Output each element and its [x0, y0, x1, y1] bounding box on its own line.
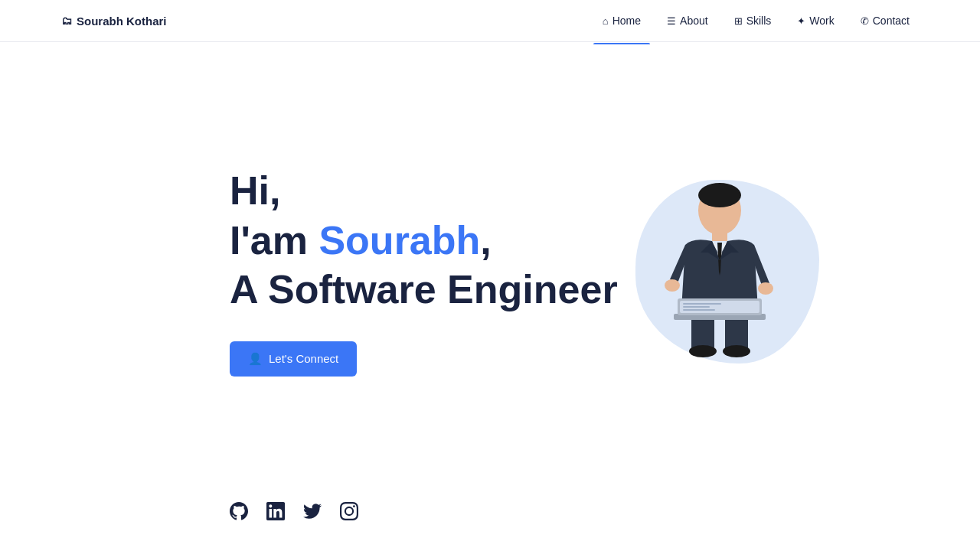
nav-item-about[interactable]: ☰ About [658, 10, 717, 31]
svg-rect-2 [712, 230, 727, 241]
hero-name-suffix: , [480, 218, 491, 262]
about-icon: ☰ [667, 15, 676, 27]
nav-work-label: Work [809, 15, 834, 27]
svg-rect-14 [683, 309, 715, 311]
nav-about-label: About [680, 15, 708, 27]
nav-item-home[interactable]: ⌂ Home [593, 10, 650, 31]
hero-illustration [620, 180, 819, 364]
nav-logo[interactable]: 🗂 Sourabh Kothari [61, 15, 167, 28]
skills-icon: ⊞ [734, 15, 743, 27]
connect-button[interactable]: 👤 Let's Connect [230, 341, 357, 377]
svg-point-8 [723, 345, 750, 357]
hero-name: Sourabh [318, 218, 480, 262]
logo-text: Sourabh Kothari [77, 15, 167, 28]
hero-section: Hi, I'am Sourabh, A Software Engineer 👤 … [0, 42, 980, 501]
hero-content: Hi, I'am Sourabh, A Software Engineer 👤 … [230, 167, 620, 376]
instagram-icon [340, 502, 358, 520]
svg-point-4 [758, 282, 773, 295]
nav-contact-label: Contact [873, 15, 910, 27]
footer-social [0, 487, 588, 536]
linkedin-icon [266, 502, 285, 520]
svg-point-3 [665, 279, 680, 292]
nav-skills-label: Skills [746, 15, 772, 27]
navbar: 🗂 Sourabh Kothari ⌂ Home ☰ About ⊞ Skill… [0, 0, 980, 42]
work-icon: ✦ [797, 15, 805, 27]
person-svg [643, 172, 796, 364]
instagram-link[interactable] [340, 502, 358, 520]
github-link[interactable] [230, 502, 248, 520]
nav-item-skills[interactable]: ⊞ Skills [725, 10, 781, 31]
hero-greeting: Hi, [230, 167, 620, 214]
svg-point-1 [698, 183, 741, 207]
linkedin-link[interactable] [266, 502, 285, 520]
illustration-figure [643, 172, 796, 364]
hero-name-prefix: I'am [230, 218, 318, 262]
svg-rect-12 [683, 303, 721, 305]
logo-icon: 🗂 [61, 15, 72, 27]
twitter-icon [303, 502, 322, 520]
nav-item-contact[interactable]: ✆ Contact [851, 10, 919, 31]
nav-item-work[interactable]: ✦ Work [788, 10, 843, 31]
connect-label: Let's Connect [269, 352, 338, 365]
svg-point-7 [689, 345, 717, 357]
home-icon: ⌂ [603, 15, 609, 27]
twitter-link[interactable] [303, 502, 322, 520]
contact-icon: ✆ [861, 15, 869, 27]
nav-home-label: Home [612, 15, 641, 27]
github-icon [230, 502, 248, 520]
page-wrapper: 🗂 Sourabh Kothari ⌂ Home ☰ About ⊞ Skill… [0, 0, 980, 551]
connect-icon: 👤 [248, 352, 263, 366]
hero-title: A Software Engineer [230, 266, 620, 313]
svg-rect-13 [683, 306, 710, 308]
hero-name-line: I'am Sourabh, [230, 217, 620, 264]
nav-links: ⌂ Home ☰ About ⊞ Skills ✦ Work [593, 10, 919, 31]
